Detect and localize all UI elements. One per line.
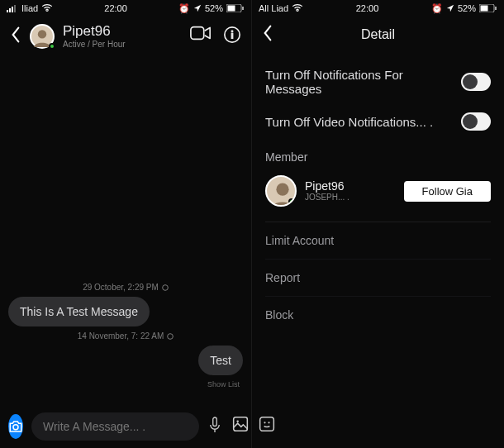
action-limit-account[interactable]: Limit Account bbox=[265, 222, 491, 259]
composer-bar bbox=[0, 405, 251, 448]
svg-rect-5 bbox=[228, 6, 235, 12]
svg-point-10 bbox=[231, 31, 233, 32]
back-button[interactable] bbox=[10, 26, 21, 46]
detail-title: Detail bbox=[285, 27, 471, 42]
status-left: Iliad bbox=[7, 3, 53, 13]
online-indicator bbox=[288, 198, 295, 205]
location-icon bbox=[446, 4, 454, 12]
message-row: Test bbox=[8, 346, 243, 375]
carrier-label: All Liad bbox=[259, 3, 288, 13]
svg-rect-6 bbox=[242, 7, 244, 10]
svg-rect-23 bbox=[495, 7, 497, 10]
battery-icon bbox=[226, 4, 245, 12]
location-icon bbox=[193, 4, 202, 12]
signal-icon bbox=[7, 4, 18, 12]
svg-rect-2 bbox=[12, 7, 13, 12]
message-bubble-outgoing[interactable]: Test bbox=[198, 346, 243, 375]
timestamp: 29 October, 2:29 PM bbox=[8, 283, 243, 292]
carrier-label: Iliad bbox=[21, 3, 38, 13]
alarm-icon: ⏰ bbox=[431, 3, 443, 14]
action-block[interactable]: Block bbox=[265, 296, 491, 333]
status-time: 22:00 bbox=[104, 3, 127, 13]
toggle-switch[interactable] bbox=[461, 112, 491, 131]
message-bubble-incoming[interactable]: This Is A Test Message bbox=[8, 297, 150, 326]
detail-screen: All Liad 22:00 ⏰ 52% Detail Turn Off Not… bbox=[252, 0, 504, 448]
video-call-button[interactable] bbox=[190, 26, 212, 47]
back-button[interactable] bbox=[262, 25, 273, 45]
chat-header: Pipet96 Active / Per Hour bbox=[0, 17, 251, 56]
svg-rect-22 bbox=[480, 6, 487, 12]
detail-body: Turn Off Notifications For Messages Turn… bbox=[252, 53, 504, 333]
wifi-icon bbox=[41, 4, 53, 12]
member-row: Pipet96 JOSEPH... . Follow Gia bbox=[265, 170, 491, 222]
info-button[interactable] bbox=[223, 26, 241, 47]
status-right: ⏰ 52% bbox=[431, 3, 497, 14]
battery-label: 52% bbox=[205, 3, 223, 13]
svg-point-17 bbox=[236, 420, 239, 422]
member-name: Pipet96 bbox=[305, 180, 396, 193]
svg-rect-11 bbox=[231, 33, 233, 38]
setting-label: Turn Off Notifications For Messages bbox=[265, 68, 461, 96]
status-right: ⏰ 52% bbox=[178, 3, 245, 14]
svg-rect-8 bbox=[191, 27, 204, 40]
delivery-label: Show List bbox=[8, 380, 243, 388]
svg-rect-1 bbox=[9, 8, 11, 12]
member-avatar[interactable] bbox=[265, 175, 297, 207]
alarm-icon: ⏰ bbox=[178, 3, 190, 14]
follow-button[interactable]: Follow Gia bbox=[404, 181, 491, 202]
battery-label: 52% bbox=[458, 3, 476, 13]
svg-point-14 bbox=[13, 425, 18, 430]
chat-activity-status: Active / Per Hour bbox=[63, 40, 182, 49]
chat-screen: Iliad 22:00 ⏰ 52% Pipet96 bbox=[0, 0, 252, 448]
svg-point-24 bbox=[276, 183, 288, 196]
svg-point-12 bbox=[163, 284, 169, 290]
detail-header: Detail bbox=[252, 17, 504, 53]
member-sub: JOSEPH... . bbox=[305, 193, 396, 202]
message-input[interactable] bbox=[31, 412, 199, 441]
svg-point-13 bbox=[168, 333, 174, 339]
status-left: All Liad bbox=[259, 3, 303, 13]
toggle-notifications-messages[interactable]: Turn Off Notifications For Messages bbox=[265, 60, 491, 104]
status-bar-left: Iliad 22:00 ⏰ 52% bbox=[0, 0, 251, 17]
svg-rect-3 bbox=[14, 5, 16, 12]
header-actions bbox=[190, 26, 241, 47]
chat-avatar[interactable] bbox=[30, 24, 55, 49]
battery-icon bbox=[479, 4, 497, 12]
photo-button[interactable] bbox=[232, 416, 249, 437]
wifi-icon bbox=[292, 4, 303, 12]
setting-label: Turn Off Video Notifications... . bbox=[265, 115, 433, 129]
message-row: This Is A Test Message bbox=[8, 297, 243, 326]
svg-rect-0 bbox=[7, 10, 8, 12]
toggle-switch[interactable] bbox=[461, 73, 491, 91]
timestamp: 14 November, 7: 22 AM bbox=[8, 331, 243, 341]
status-time: 22:00 bbox=[356, 3, 379, 13]
toggle-notifications-video[interactable]: Turn Off Video Notifications... . bbox=[265, 104, 491, 139]
svg-rect-15 bbox=[213, 417, 217, 427]
camera-button[interactable] bbox=[8, 414, 23, 439]
online-indicator bbox=[49, 43, 55, 50]
microphone-button[interactable] bbox=[207, 416, 222, 437]
chat-name: Pipet96 bbox=[63, 24, 182, 40]
svg-rect-16 bbox=[234, 417, 248, 431]
chat-body[interactable]: 29 October, 2:29 PM This Is A Test Messa… bbox=[0, 56, 251, 405]
action-report[interactable]: Report bbox=[265, 259, 491, 296]
svg-point-7 bbox=[38, 30, 46, 38]
status-bar-right: All Liad 22:00 ⏰ 52% bbox=[252, 0, 504, 17]
member-section-label: Member bbox=[265, 139, 491, 170]
chat-title-block[interactable]: Pipet96 Active / Per Hour bbox=[63, 24, 182, 49]
